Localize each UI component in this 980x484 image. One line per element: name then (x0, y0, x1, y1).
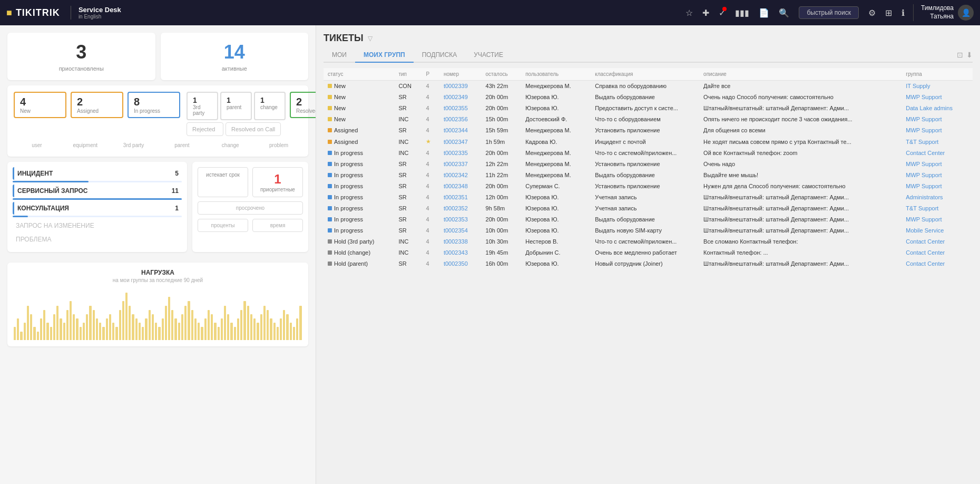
cell-priority: 4 (422, 258, 439, 269)
type-change[interactable]: ЗАПРОС НА ИЗМЕНЕНИЕ (13, 219, 182, 232)
cell-classification: Установить приложение (591, 181, 699, 192)
change-status-box[interactable]: 1 change (254, 92, 286, 120)
mini-user[interactable]: user (14, 140, 60, 150)
type-problem[interactable]: ПРОБЛЕМА (13, 233, 182, 246)
cell-status: In progress (324, 214, 394, 225)
check-icon[interactable]: ✓ (719, 8, 726, 18)
table-row[interactable]: New CON 4 t0002339 43h 22m Менеджерова М… (324, 81, 973, 92)
priority-number: 1 (257, 172, 298, 187)
resolved-on-call-box[interactable]: Resolved on Call (226, 122, 281, 136)
inprogress-status-box[interactable]: 8 In progress (128, 92, 180, 118)
table-row[interactable]: In progress SR 4 t0002352 9h 58m Юзерова… (324, 203, 973, 214)
quick-search-button[interactable]: быстрый поиск (799, 6, 858, 19)
priority-count-box[interactable]: 1 приоритетные (252, 167, 303, 197)
cell-ticket: t0002338 (439, 236, 482, 247)
info-icon[interactable]: ℹ (901, 8, 905, 18)
deadline-box[interactable]: истекает срок (198, 167, 248, 197)
table-row[interactable]: In progress SR 4 t0002351 12h 00m Юзеров… (324, 192, 973, 203)
cell-priority: 4 (422, 125, 439, 136)
table-row[interactable]: New SR 4 t0002349 20h 00m Юзерова Ю. Выд… (324, 92, 973, 103)
user-area[interactable]: Тимлидова Татьяна 👤 (913, 4, 974, 21)
percent-box[interactable]: проценты (198, 219, 248, 232)
mini-change[interactable]: change (207, 140, 253, 150)
cell-status: New (324, 103, 394, 114)
service-desk-label: Service Desk in English (71, 6, 121, 20)
mini-problem[interactable]: problem (256, 140, 302, 150)
status-dot (328, 206, 332, 210)
table-row[interactable]: In progress INC 4 t0002335 20h 00m Менед… (324, 148, 973, 159)
tab-my-groups[interactable]: МОИХ ГРУПП (355, 48, 414, 63)
chart-bar (290, 323, 292, 340)
chart-bar (30, 314, 32, 340)
tab-participation[interactable]: УЧАСТИЕ (465, 48, 512, 63)
table-row[interactable]: Assigned INC ★ t0002347 1h 59m Кадрова Ю… (324, 136, 973, 148)
cell-type: SR (394, 181, 422, 192)
active-card[interactable]: 14 активные (161, 33, 309, 80)
table-row[interactable]: In progress SR 4 t0002353 20h 00m Юзеров… (324, 214, 973, 225)
chart-bar (20, 332, 22, 340)
tab-my[interactable]: МОИ (324, 48, 355, 63)
logo[interactable]: ■ TIKITRIK (6, 7, 60, 18)
cell-status: New (324, 81, 394, 92)
assigned-status-box[interactable]: 2 Assigned (71, 92, 123, 118)
table-row[interactable]: In progress SR 4 t0002342 11h 22m Менедж… (324, 170, 973, 181)
chart-bar (230, 323, 232, 340)
table-row[interactable]: Hold (change) INC 4 t0002343 19h 45m Доб… (324, 247, 973, 258)
mini-equipment[interactable]: equipment (62, 140, 109, 150)
cell-classification: Новый сотрудник (Joiner) (591, 258, 699, 269)
table-row[interactable]: New SR 4 t0002355 20h 00m Юзерова Ю. Пре… (324, 103, 973, 114)
type-sr[interactable]: СЕРВИСНЫЙ ЗАПРОС 11 (13, 185, 182, 197)
table-row[interactable]: Hold (3rd party) INC 4 t0002338 10h 30m … (324, 236, 973, 247)
priority-sub-row: просрочено (198, 201, 303, 215)
table-row[interactable]: New INC 4 t0002356 15h 00m Достоевский Ф… (324, 114, 973, 125)
star-icon[interactable]: ☆ (685, 8, 693, 18)
resolved-status-box[interactable]: 2 Resolved (290, 92, 316, 118)
add-icon[interactable]: ✚ (702, 8, 709, 18)
suspended-card[interactable]: 3 приостановлены (7, 33, 155, 80)
layout-icon[interactable]: ⊞ (885, 8, 892, 18)
status-dot (328, 239, 332, 244)
table-row[interactable]: Assigned SR 4 t0002344 15h 59m Менеджеро… (324, 125, 973, 136)
chart-bar (109, 314, 111, 340)
cell-user: Кадрова Ю. (521, 136, 591, 148)
chart-bar (86, 314, 88, 340)
document-icon[interactable]: 📄 (759, 8, 769, 18)
tab-subscription[interactable]: ПОДПИСКА (414, 48, 466, 63)
chart-icon[interactable]: ▮▮▮ (735, 8, 749, 18)
tickets-filter-icon[interactable]: ▽ (368, 35, 373, 42)
download-icon[interactable]: ⬇ (966, 51, 973, 59)
cell-group: Mobile Service (901, 225, 973, 236)
cell-time: 43h 22m (482, 81, 522, 92)
mini-3rdparty[interactable]: 3rd party (111, 140, 157, 150)
type-incident[interactable]: ИНЦИДЕНТ 5 (13, 167, 182, 180)
avatar[interactable]: 👤 (958, 5, 974, 21)
status-dot (328, 173, 332, 177)
new-status-box[interactable]: 4 New (14, 92, 66, 118)
thirdparty-status-box[interactable]: 1 3rd party (187, 92, 218, 120)
time-box[interactable]: время (252, 219, 303, 232)
rejected-box[interactable]: Rejected (187, 122, 223, 136)
table-row[interactable]: Hold (parent) SR 4 t0002350 16h 00m Юзер… (324, 258, 973, 269)
cell-description: Дайте все (699, 81, 901, 92)
col-priority: P (422, 68, 439, 81)
table-row[interactable]: In progress SR 4 t0002348 20h 00m Суперм… (324, 181, 973, 192)
parent-status-box[interactable]: 1 parent (220, 92, 252, 120)
table-row[interactable]: In progress SR 4 t0002354 10h 00m Юзеров… (324, 225, 973, 236)
inprogress-count: 8 (134, 96, 174, 108)
filter-settings-icon[interactable]: ⚙ (868, 8, 876, 18)
cell-user: Суперман С. (521, 181, 591, 192)
search-icon[interactable]: 🔍 (779, 8, 789, 18)
cell-priority: 4 (422, 148, 439, 159)
topnav: ■ TIKITRIK Service Desk in English ☆ ✚ ✓… (0, 0, 980, 25)
cell-user: Юзерова Ю. (521, 203, 591, 214)
cell-type: SR (394, 225, 422, 236)
overdue-box[interactable]: просрочено (198, 201, 303, 215)
main-layout: 3 приостановлены 14 активные 4 New 2 Ass… (0, 25, 980, 484)
view-toggle-icon[interactable]: ⊡ (957, 51, 963, 59)
mini-parent[interactable]: parent (159, 140, 205, 150)
type-consultation[interactable]: КОНСУЛЬТАЦИЯ 1 (13, 202, 182, 215)
chart-bar (106, 318, 108, 340)
cell-classification: Что-то с системой/приложен... (591, 148, 699, 159)
cell-time: 12h 22m (482, 159, 522, 170)
table-row[interactable]: In progress SR 4 t0002337 12h 22m Менедж… (324, 159, 973, 170)
